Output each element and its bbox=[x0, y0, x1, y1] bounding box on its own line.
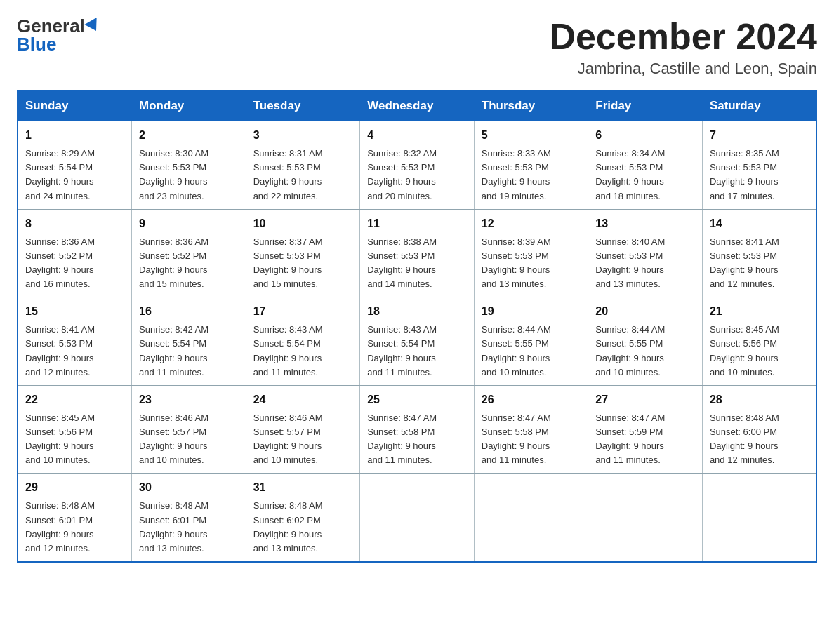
weekday-header-saturday: Saturday bbox=[702, 91, 816, 121]
calendar-cell: 1Sunrise: 8:29 AMSunset: 5:54 PMDaylight… bbox=[18, 121, 132, 209]
calendar-cell: 11Sunrise: 8:38 AMSunset: 5:53 PMDayligh… bbox=[360, 209, 475, 297]
day-info: Sunrise: 8:47 AMSunset: 5:59 PMDaylight:… bbox=[595, 411, 695, 468]
calendar-cell: 28Sunrise: 8:48 AMSunset: 6:00 PMDayligh… bbox=[702, 385, 816, 474]
day-number: 5 bbox=[482, 127, 581, 144]
calendar-cell: 12Sunrise: 8:39 AMSunset: 5:53 PMDayligh… bbox=[474, 209, 588, 297]
calendar-cell bbox=[474, 474, 588, 562]
day-info: Sunrise: 8:36 AMSunset: 5:52 PMDaylight:… bbox=[25, 235, 124, 292]
calendar-week-row: 22Sunrise: 8:45 AMSunset: 5:56 PMDayligh… bbox=[18, 385, 816, 474]
day-info: Sunrise: 8:47 AMSunset: 5:58 PMDaylight:… bbox=[367, 411, 467, 468]
day-number: 8 bbox=[25, 215, 124, 232]
calendar-cell: 30Sunrise: 8:48 AMSunset: 6:01 PMDayligh… bbox=[132, 474, 246, 562]
day-info: Sunrise: 8:41 AMSunset: 5:53 PMDaylight:… bbox=[25, 323, 124, 380]
day-number: 22 bbox=[25, 391, 124, 408]
day-info: Sunrise: 8:48 AMSunset: 6:01 PMDaylight:… bbox=[139, 499, 239, 556]
day-info: Sunrise: 8:38 AMSunset: 5:53 PMDaylight:… bbox=[367, 235, 467, 292]
day-info: Sunrise: 8:46 AMSunset: 5:57 PMDaylight:… bbox=[253, 411, 353, 468]
day-number: 30 bbox=[139, 479, 239, 496]
day-number: 15 bbox=[25, 303, 124, 320]
day-info: Sunrise: 8:48 AMSunset: 6:01 PMDaylight:… bbox=[25, 499, 124, 556]
day-number: 16 bbox=[139, 303, 239, 320]
day-info: Sunrise: 8:47 AMSunset: 5:58 PMDaylight:… bbox=[482, 411, 581, 468]
calendar-cell: 16Sunrise: 8:42 AMSunset: 5:54 PMDayligh… bbox=[132, 297, 246, 386]
day-info: Sunrise: 8:40 AMSunset: 5:53 PMDaylight:… bbox=[595, 235, 695, 292]
calendar-cell: 2Sunrise: 8:30 AMSunset: 5:53 PMDaylight… bbox=[132, 121, 246, 209]
day-info: Sunrise: 8:43 AMSunset: 5:54 PMDaylight:… bbox=[367, 323, 467, 380]
day-info: Sunrise: 8:36 AMSunset: 5:52 PMDaylight:… bbox=[139, 235, 239, 292]
day-number: 4 bbox=[367, 127, 467, 144]
day-number: 9 bbox=[139, 215, 239, 232]
day-number: 12 bbox=[482, 215, 581, 232]
day-info: Sunrise: 8:30 AMSunset: 5:53 PMDaylight:… bbox=[139, 147, 239, 203]
calendar-week-row: 1Sunrise: 8:29 AMSunset: 5:54 PMDaylight… bbox=[18, 121, 816, 209]
calendar-table: SundayMondayTuesdayWednesdayThursdayFrid… bbox=[17, 90, 817, 563]
calendar-week-row: 29Sunrise: 8:48 AMSunset: 6:01 PMDayligh… bbox=[18, 474, 816, 562]
calendar-week-row: 15Sunrise: 8:41 AMSunset: 5:53 PMDayligh… bbox=[18, 297, 816, 386]
day-number: 20 bbox=[595, 303, 695, 320]
calendar-cell: 7Sunrise: 8:35 AMSunset: 5:53 PMDaylight… bbox=[702, 121, 816, 209]
day-number: 27 bbox=[595, 391, 695, 408]
calendar-cell: 15Sunrise: 8:41 AMSunset: 5:53 PMDayligh… bbox=[18, 297, 132, 386]
calendar-cell: 27Sunrise: 8:47 AMSunset: 5:59 PMDayligh… bbox=[588, 385, 703, 474]
day-info: Sunrise: 8:39 AMSunset: 5:53 PMDaylight:… bbox=[482, 235, 581, 292]
day-info: Sunrise: 8:31 AMSunset: 5:53 PMDaylight:… bbox=[253, 147, 353, 203]
calendar-cell: 17Sunrise: 8:43 AMSunset: 5:54 PMDayligh… bbox=[246, 297, 360, 386]
location-subtitle: Jambrina, Castille and Leon, Spain bbox=[549, 60, 817, 78]
calendar-cell bbox=[702, 474, 816, 562]
day-number: 18 bbox=[367, 303, 467, 320]
calendar-cell: 29Sunrise: 8:48 AMSunset: 6:01 PMDayligh… bbox=[18, 474, 132, 562]
day-info: Sunrise: 8:44 AMSunset: 5:55 PMDaylight:… bbox=[482, 323, 581, 380]
day-info: Sunrise: 8:46 AMSunset: 5:57 PMDaylight:… bbox=[139, 411, 239, 468]
day-info: Sunrise: 8:45 AMSunset: 5:56 PMDaylight:… bbox=[710, 323, 809, 380]
calendar-cell: 4Sunrise: 8:32 AMSunset: 5:53 PMDaylight… bbox=[360, 121, 475, 209]
calendar-cell: 25Sunrise: 8:47 AMSunset: 5:58 PMDayligh… bbox=[360, 385, 475, 474]
calendar-cell: 3Sunrise: 8:31 AMSunset: 5:53 PMDaylight… bbox=[246, 121, 360, 209]
calendar-cell: 5Sunrise: 8:33 AMSunset: 5:53 PMDaylight… bbox=[474, 121, 588, 209]
day-number: 21 bbox=[710, 303, 809, 320]
calendar-cell: 8Sunrise: 8:36 AMSunset: 5:52 PMDaylight… bbox=[18, 209, 132, 297]
logo-triangle-icon bbox=[84, 18, 102, 34]
weekday-header-monday: Monday bbox=[132, 91, 246, 121]
calendar-cell: 19Sunrise: 8:44 AMSunset: 5:55 PMDayligh… bbox=[474, 297, 588, 386]
calendar-cell: 18Sunrise: 8:43 AMSunset: 5:54 PMDayligh… bbox=[360, 297, 475, 386]
weekday-header-row: SundayMondayTuesdayWednesdayThursdayFrid… bbox=[18, 91, 816, 121]
day-info: Sunrise: 8:41 AMSunset: 5:53 PMDaylight:… bbox=[710, 235, 809, 292]
logo-blue-text: Blue bbox=[17, 35, 56, 53]
day-info: Sunrise: 8:34 AMSunset: 5:53 PMDaylight:… bbox=[595, 147, 695, 203]
day-number: 11 bbox=[367, 215, 467, 232]
calendar-week-row: 8Sunrise: 8:36 AMSunset: 5:52 PMDaylight… bbox=[18, 209, 816, 297]
calendar-cell: 22Sunrise: 8:45 AMSunset: 5:56 PMDayligh… bbox=[18, 385, 132, 474]
day-number: 14 bbox=[710, 215, 809, 232]
calendar-cell: 13Sunrise: 8:40 AMSunset: 5:53 PMDayligh… bbox=[588, 209, 703, 297]
day-info: Sunrise: 8:48 AMSunset: 6:02 PMDaylight:… bbox=[253, 499, 353, 556]
page-header: General Blue December 2024 Jambrina, Cas… bbox=[17, 17, 817, 78]
calendar-cell: 24Sunrise: 8:46 AMSunset: 5:57 PMDayligh… bbox=[246, 385, 360, 474]
day-info: Sunrise: 8:37 AMSunset: 5:53 PMDaylight:… bbox=[253, 235, 353, 292]
day-info: Sunrise: 8:44 AMSunset: 5:55 PMDaylight:… bbox=[595, 323, 695, 380]
day-number: 1 bbox=[25, 127, 124, 144]
weekday-header-sunday: Sunday bbox=[18, 91, 132, 121]
day-number: 25 bbox=[367, 391, 467, 408]
day-number: 6 bbox=[595, 127, 695, 144]
day-number: 31 bbox=[253, 479, 353, 496]
day-number: 19 bbox=[482, 303, 581, 320]
day-number: 26 bbox=[482, 391, 581, 408]
weekday-header-wednesday: Wednesday bbox=[360, 91, 475, 121]
calendar-cell bbox=[360, 474, 475, 562]
day-number: 17 bbox=[253, 303, 353, 320]
day-number: 24 bbox=[253, 391, 353, 408]
calendar-cell: 31Sunrise: 8:48 AMSunset: 6:02 PMDayligh… bbox=[246, 474, 360, 562]
day-info: Sunrise: 8:32 AMSunset: 5:53 PMDaylight:… bbox=[367, 147, 467, 203]
day-number: 13 bbox=[595, 215, 695, 232]
day-info: Sunrise: 8:35 AMSunset: 5:53 PMDaylight:… bbox=[710, 147, 809, 203]
day-number: 10 bbox=[253, 215, 353, 232]
day-number: 23 bbox=[139, 391, 239, 408]
calendar-cell: 21Sunrise: 8:45 AMSunset: 5:56 PMDayligh… bbox=[702, 297, 816, 386]
day-number: 3 bbox=[253, 127, 353, 144]
calendar-cell: 6Sunrise: 8:34 AMSunset: 5:53 PMDaylight… bbox=[588, 121, 703, 209]
day-number: 7 bbox=[710, 127, 809, 144]
month-title: December 2024 bbox=[549, 17, 817, 57]
weekday-header-friday: Friday bbox=[588, 91, 703, 121]
day-info: Sunrise: 8:45 AMSunset: 5:56 PMDaylight:… bbox=[25, 411, 124, 468]
calendar-cell: 20Sunrise: 8:44 AMSunset: 5:55 PMDayligh… bbox=[588, 297, 703, 386]
